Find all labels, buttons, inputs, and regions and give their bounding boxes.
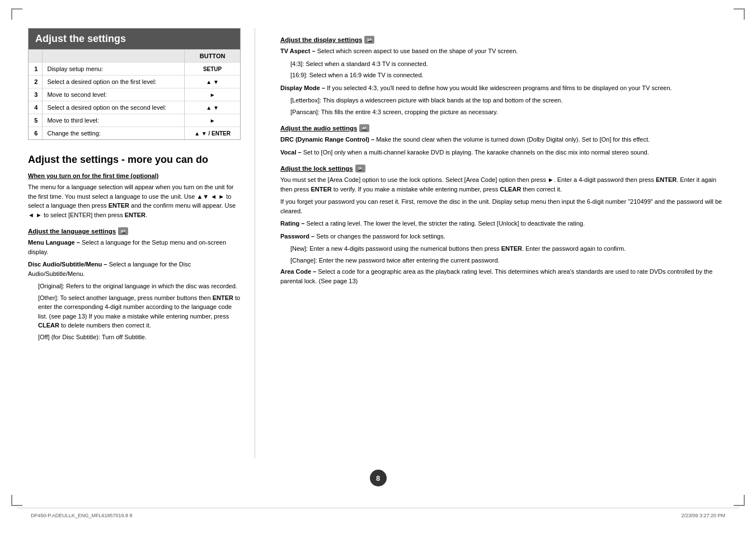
language-title-text: Adjust the language settings bbox=[28, 228, 116, 235]
display-item-0: [Letterbox]: This displays a widescreen … bbox=[290, 96, 728, 105]
drc-text: DRC (Dynamic Range Control) – Make the s… bbox=[280, 135, 728, 144]
when-body: The menu for a language selection will a… bbox=[28, 182, 241, 219]
more-section-title: Adjust the settings - more you can do bbox=[28, 154, 241, 166]
table-row: 4Select a desired option on the second l… bbox=[29, 101, 240, 114]
row-button: ▲ ▼ bbox=[185, 76, 240, 88]
row-desc: Display setup menu: bbox=[43, 63, 185, 76]
table-row: 1Display setup menu:SETUP bbox=[29, 63, 240, 76]
menu-language-text: Menu Language – Select a language for th… bbox=[28, 238, 241, 256]
tv-aspect-text: TV Aspect – Select which screen aspect t… bbox=[280, 46, 728, 56]
rating-desc: Select a rating level. The lower the lev… bbox=[306, 220, 585, 227]
drc-label: DRC (Dynamic Range Control) – bbox=[280, 136, 374, 143]
row-button: ► bbox=[185, 88, 240, 101]
page-container: Adjust the settings BUTTON 1Display setu… bbox=[0, 0, 756, 534]
display-item-1: [Panscan]: This fills the entire 4:3 scr… bbox=[290, 107, 728, 117]
table-row: 6Change the setting:▲ ▼ / ENTER bbox=[29, 127, 240, 140]
drc-desc: Make the sound clear when the volume is … bbox=[376, 136, 650, 143]
row-button: ► bbox=[185, 114, 240, 127]
password-item-0: [New]: Enter a new 4-digits password usi… bbox=[290, 244, 728, 254]
row-num: 1 bbox=[29, 63, 43, 76]
separator-line bbox=[255, 28, 255, 458]
audio-title-text: Adjust the audio settings bbox=[280, 125, 357, 132]
disc-label: Disc Audio/Subtitle/Menu – bbox=[28, 261, 107, 268]
row-num: 5 bbox=[29, 114, 43, 127]
display-mode-desc: If you selected 4:3, you'll need to defi… bbox=[327, 85, 672, 91]
row-desc: Move to third level: bbox=[43, 114, 185, 127]
footer-right: 2/23/09 3:27:20 PM bbox=[681, 513, 725, 518]
th-desc bbox=[43, 50, 185, 63]
when-section: When you turn on for the first time (opt… bbox=[28, 172, 241, 219]
settings-table-header: Adjust the settings bbox=[29, 29, 240, 49]
vocal-text: Vocal – Set to [On] only when a multi-ch… bbox=[280, 148, 728, 157]
lang-item-0: [Original]: Refers to the original langu… bbox=[38, 282, 241, 291]
lock-forgot: If you forget your password you can rese… bbox=[280, 197, 728, 216]
row-desc: Move to second level: bbox=[43, 88, 185, 101]
tv-aspect-desc: Select which screen aspect to use based … bbox=[317, 48, 518, 54]
table-row: 2Select a desired option on the first le… bbox=[29, 76, 240, 88]
audio-heading: Adjust the audio settings a+ bbox=[280, 124, 728, 132]
row-num: 4 bbox=[29, 101, 43, 114]
audio-section: Adjust the audio settings a+ DRC (Dynami… bbox=[280, 124, 728, 157]
settings-table: BUTTON 1Display setup menu:SETUP2Select … bbox=[29, 49, 240, 139]
password-desc: Sets or changes the password for lock se… bbox=[316, 233, 445, 240]
row-desc: Select a desired option on the first lev… bbox=[43, 76, 185, 88]
row-button: ▲ ▼ / ENTER bbox=[185, 127, 240, 140]
display-mode-text: Display Mode – If you selected 4:3, you'… bbox=[280, 83, 728, 93]
area-code-label: Area Code – bbox=[280, 268, 316, 275]
footer-left: DP450-P.ADEULLK_ENG_MFL61857019.8 8 bbox=[31, 513, 132, 518]
row-desc: Select a desired option on the second le… bbox=[43, 101, 185, 114]
display-icon: p+ bbox=[364, 36, 374, 44]
vocal-label: Vocal – bbox=[280, 149, 302, 156]
row-desc: Change the setting: bbox=[43, 127, 185, 140]
audio-icon: a+ bbox=[359, 124, 369, 132]
lang-item-1: [Other]: To select another language, pre… bbox=[38, 293, 241, 330]
lock-heading: Adjust the lock settings l+ bbox=[280, 165, 728, 172]
tv-item-0: [4:3]: Select when a standard 4:3 TV is … bbox=[290, 59, 728, 69]
lang-item-2: [Off] (for Disc Subtitle): Turn off Subt… bbox=[38, 332, 241, 342]
right-column: Adjust the display settings p+ TV Aspect… bbox=[269, 28, 728, 458]
rating-text: Rating – Select a rating level. The lowe… bbox=[280, 219, 728, 228]
main-content: Adjust the settings BUTTON 1Display setu… bbox=[17, 11, 739, 464]
disc-text: Disc Audio/Subtitle/Menu – Select a lang… bbox=[28, 260, 241, 278]
language-icon: p+ bbox=[118, 227, 128, 235]
page-number-circle: 8 bbox=[370, 470, 387, 486]
vocal-desc: Set to [On] only when a multi-channel ka… bbox=[303, 149, 649, 156]
tv-item-1: [16:9]: Select when a 16:9 wide TV is co… bbox=[290, 71, 728, 80]
display-section: Adjust the display settings p+ TV Aspect… bbox=[280, 36, 728, 116]
language-heading: Adjust the language settings p+ bbox=[28, 227, 241, 235]
lock-icon: l+ bbox=[355, 165, 365, 172]
menu-language-label: Menu Language – bbox=[28, 239, 80, 246]
table-row: 5Move to third level:► bbox=[29, 114, 240, 127]
password-text: Password – Sets or changes the password … bbox=[280, 232, 728, 241]
display-mode-label: Display Mode – bbox=[280, 85, 325, 91]
display-heading: Adjust the display settings p+ bbox=[280, 36, 728, 44]
row-button: ▲ ▼ bbox=[185, 101, 240, 114]
password-label: Password – bbox=[280, 233, 314, 240]
tv-aspect-label: TV Aspect – bbox=[280, 48, 316, 54]
rating-label: Rating – bbox=[280, 220, 304, 227]
lock-section: Adjust the lock settings l+ You must set… bbox=[280, 165, 728, 285]
page-number-container: 8 bbox=[370, 470, 387, 491]
th-button: BUTTON bbox=[185, 50, 240, 63]
display-title-text: Adjust the display settings bbox=[280, 36, 362, 43]
table-row: 3Move to second level:► bbox=[29, 88, 240, 101]
row-num: 2 bbox=[29, 76, 43, 88]
corner-tl bbox=[11, 8, 22, 20]
row-button: SETUP bbox=[185, 63, 240, 76]
lock-intro: You must set the [Area Code] option to u… bbox=[280, 175, 728, 194]
footer: DP450-P.ADEULLK_ENG_MFL61857019.8 8 2/23… bbox=[17, 508, 739, 523]
corner-bl bbox=[11, 495, 22, 506]
settings-table-container: Adjust the settings BUTTON 1Display setu… bbox=[28, 28, 241, 140]
when-title: When you turn on for the first time (opt… bbox=[28, 172, 241, 179]
row-num: 6 bbox=[29, 127, 43, 140]
lock-title-text: Adjust the lock settings bbox=[280, 165, 353, 172]
th-num bbox=[29, 50, 43, 63]
left-column: Adjust the settings BUTTON 1Display setu… bbox=[28, 28, 241, 458]
corner-tr bbox=[734, 8, 745, 20]
language-section: Adjust the language settings p+ Menu Lan… bbox=[28, 227, 241, 341]
row-num: 3 bbox=[29, 88, 43, 101]
area-code-text: Area Code – Select a code for a geograph… bbox=[280, 267, 728, 285]
corner-br bbox=[734, 495, 745, 506]
area-code-desc: Select a code for a geographic area as t… bbox=[280, 268, 712, 284]
password-item-1: [Change]: Enter the new password twice a… bbox=[290, 256, 728, 265]
